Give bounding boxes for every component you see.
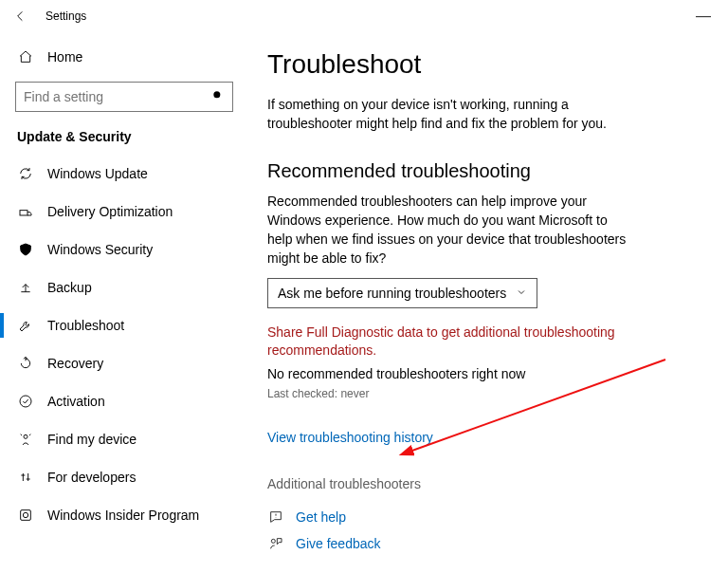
- sync-icon: [17, 165, 34, 182]
- sidebar-item-find-my-device[interactable]: Find my device: [11, 421, 237, 457]
- wrench-icon: [17, 317, 34, 334]
- search-field[interactable]: [24, 89, 211, 104]
- feedback-icon: [267, 535, 284, 552]
- select-value: Ask me before running troubleshooters: [278, 286, 506, 301]
- home-icon: [17, 48, 34, 65]
- sidebar: Home Update & Security Windows Update: [0, 32, 248, 573]
- developers-icon: [17, 469, 34, 486]
- main-content: Troubleshoot If something on your device…: [248, 32, 728, 573]
- sidebar-item-activation[interactable]: Activation: [11, 383, 237, 419]
- svg-rect-4: [21, 510, 31, 521]
- sidebar-item-label: Activation: [47, 394, 105, 409]
- backup-icon: [17, 279, 34, 296]
- sidebar-item-delivery-optimization[interactable]: Delivery Optimization: [11, 194, 237, 230]
- chevron-down-icon: [516, 286, 527, 301]
- sidebar-item-label: Windows Security: [47, 242, 153, 257]
- minimize-button[interactable]: —: [688, 8, 719, 25]
- delivery-icon: [17, 203, 34, 220]
- search-input[interactable]: [15, 82, 233, 112]
- window-title: Settings: [46, 9, 86, 23]
- check-circle-icon: [17, 393, 34, 410]
- last-checked-text: Last checked: never: [267, 387, 690, 400]
- get-help-link[interactable]: Get help: [296, 509, 346, 525]
- no-recommended-text: No recommended troubleshooters right now: [267, 366, 690, 381]
- sidebar-item-label: Recovery: [47, 356, 103, 371]
- recommended-heading: Recommended troubleshooting: [267, 160, 690, 182]
- sidebar-item-windows-security[interactable]: Windows Security: [11, 231, 237, 268]
- back-button[interactable]: [9, 5, 32, 28]
- svg-rect-1: [20, 211, 27, 215]
- sidebar-item-recovery[interactable]: Recovery: [11, 345, 237, 381]
- recovery-icon: [17, 355, 34, 372]
- sidebar-item-windows-insider[interactable]: Windows Insider Program: [11, 497, 237, 533]
- location-icon: [17, 431, 34, 448]
- sidebar-item-label: Backup: [47, 280, 92, 295]
- sidebar-item-label: Delivery Optimization: [47, 204, 173, 219]
- give-feedback-link[interactable]: Give feedback: [296, 536, 381, 551]
- insider-icon: [17, 507, 34, 524]
- svg-point-0: [213, 91, 220, 98]
- sidebar-home[interactable]: Home: [11, 40, 237, 74]
- svg-point-5: [23, 512, 27, 517]
- recommended-desc: Recommended troubleshooters can help imp…: [267, 192, 628, 268]
- get-help-icon: [267, 508, 284, 526]
- diagnostic-warning: Share Full Diagnostic data to get additi…: [267, 323, 628, 360]
- troubleshoot-preference-select[interactable]: Ask me before running troubleshooters: [267, 278, 537, 308]
- arrow-left-icon: [12, 8, 29, 25]
- sidebar-item-label: Windows Insider Program: [47, 508, 199, 523]
- search-icon: [211, 89, 225, 105]
- sidebar-item-windows-update[interactable]: Windows Update: [11, 156, 237, 192]
- additional-troubleshooters-link[interactable]: Additional troubleshooters: [267, 476, 690, 491]
- sidebar-group-title: Update & Security: [11, 125, 237, 156]
- sidebar-item-for-developers[interactable]: For developers: [11, 459, 237, 495]
- sidebar-item-backup[interactable]: Backup: [11, 269, 237, 305]
- page-intro: If something on your device isn't workin…: [267, 95, 628, 134]
- sidebar-item-label: Find my device: [47, 432, 136, 447]
- sidebar-item-troubleshoot[interactable]: Troubleshoot: [11, 307, 237, 343]
- sidebar-home-label: Home: [47, 49, 82, 65]
- page-title: Troubleshoot: [267, 49, 690, 80]
- svg-point-2: [20, 396, 31, 407]
- sidebar-item-label: Troubleshoot: [47, 318, 124, 333]
- titlebar: Settings —: [0, 0, 728, 32]
- svg-point-3: [24, 434, 27, 438]
- shield-icon: [17, 241, 34, 258]
- view-history-link[interactable]: View troubleshooting history: [267, 430, 433, 445]
- svg-point-6: [271, 539, 275, 543]
- sidebar-item-label: For developers: [47, 470, 136, 485]
- sidebar-nav: Windows Update Delivery Optimization Win…: [11, 156, 237, 533]
- sidebar-item-label: Windows Update: [47, 166, 148, 181]
